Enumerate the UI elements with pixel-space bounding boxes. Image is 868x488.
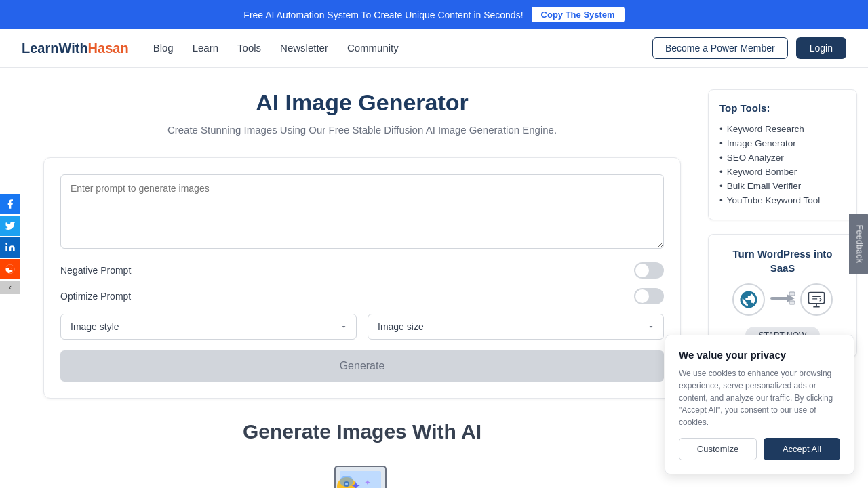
copy-system-button[interactable]: Copy The System	[532, 7, 625, 22]
prompt-textarea[interactable]	[60, 174, 664, 249]
navbar: LearnWithHasan Blog Learn Tools Newslett…	[0, 29, 868, 68]
reddit-icon[interactable]	[0, 259, 20, 279]
facebook-icon[interactable]	[0, 194, 20, 214]
top-tools-card: Top Tools: Keyword Research Image Genera…	[708, 89, 857, 220]
svg-rect-15	[770, 297, 788, 300]
social-collapse-arrow[interactable]: ‹	[0, 281, 20, 294]
top-banner: Free AI Automation System To Create Uniq…	[0, 0, 868, 29]
selects-row: Image style Realistic Cartoon Oil Painti…	[60, 314, 664, 340]
generate-button[interactable]: Generate	[60, 350, 664, 382]
optimize-prompt-toggle[interactable]	[634, 288, 664, 304]
linkedin-icon[interactable]	[0, 237, 20, 258]
nav-learn[interactable]: Learn	[193, 42, 218, 54]
banner-text: Free AI Automation System To Create Uniq…	[243, 9, 523, 20]
become-member-button[interactable]: Become a Power Member	[652, 37, 788, 59]
nav-right: Become a Power Member Login	[652, 37, 846, 59]
login-button[interactable]: Login	[796, 37, 846, 59]
generator-card: Negative Prompt Optimize Prompt Image st…	[43, 157, 681, 399]
social-sidebar: ‹	[0, 194, 20, 294]
nav-tools[interactable]: Tools	[237, 42, 261, 54]
nav-community[interactable]: Community	[347, 42, 399, 54]
customize-button[interactable]: Customize	[679, 438, 757, 460]
svg-point-0	[5, 243, 7, 245]
tool-keyword-bomber[interactable]: Keyword Bomber	[719, 165, 846, 179]
logo-hasan: Hasan	[88, 41, 129, 56]
negative-prompt-row: Negative Prompt	[60, 262, 664, 279]
logo-learn: Learn	[22, 41, 58, 56]
site-logo[interactable]: LearnWithHasan	[22, 41, 129, 56]
tools-list: Keyword Research Image Generator SEO Ana…	[719, 122, 846, 207]
nav-newsletter[interactable]: Newsletter	[280, 42, 328, 54]
tool-bulk-email-verifier[interactable]: Bulk Email Verifier	[719, 179, 846, 193]
tool-keyword-research[interactable]: Keyword Research	[719, 122, 846, 136]
section-title: Generate Images With AI	[43, 420, 681, 443]
negative-prompt-label: Negative Prompt	[60, 265, 131, 276]
arrow-right-icon	[770, 290, 795, 310]
image-style-select[interactable]: Image style Realistic Cartoon Oil Painti…	[60, 314, 357, 340]
svg-rect-19	[808, 293, 824, 304]
tool-youtube-keyword[interactable]: YouTube Keyword Tool	[719, 193, 846, 207]
svg-rect-17	[789, 292, 795, 296]
twitter-icon[interactable]	[0, 216, 20, 236]
optimize-prompt-row: Optimize Prompt	[60, 288, 664, 304]
nav-blog[interactable]: Blog	[153, 42, 174, 54]
nav-links: Blog Learn Tools Newsletter Community	[153, 42, 652, 54]
cookie-text: We use cookies to enhance your browsing …	[679, 367, 840, 428]
wordpress-icon	[732, 283, 765, 316]
robot-illustration: ✦ ✦ ✦	[43, 460, 681, 488]
negative-prompt-toggle[interactable]	[634, 262, 664, 279]
cookie-banner: We value your privacy We use cookies to …	[665, 335, 854, 474]
accept-all-button[interactable]: Accept All	[764, 438, 840, 460]
wp-icons	[719, 283, 846, 316]
svg-rect-18	[789, 301, 795, 304]
cookie-buttons: Customize Accept All	[679, 438, 840, 460]
saas-icon	[800, 283, 833, 316]
svg-text:✦: ✦	[351, 479, 361, 488]
image-size-select[interactable]: Image size 256x256 512x512 1024x1024	[368, 314, 664, 340]
cookie-title: We value your privacy	[679, 349, 840, 361]
feedback-tab[interactable]: Feedback	[850, 214, 868, 274]
main-content: AI Image Generator Create Stunning Image…	[11, 68, 692, 488]
optimize-prompt-label: Optimize Prompt	[60, 291, 131, 302]
tool-seo-analyzer[interactable]: SEO Analyzer	[719, 150, 846, 165]
wp-card-title: Turn WordPress into SaaS	[719, 247, 846, 275]
tool-image-generator[interactable]: Image Generator	[719, 136, 846, 150]
page-title: AI Image Generator	[43, 89, 681, 116]
page-subtitle: Create Stunning Images Using Our Free St…	[43, 124, 681, 136]
robot-svg: ✦ ✦ ✦	[325, 460, 399, 488]
top-tools-title: Top Tools:	[719, 102, 846, 114]
logo-with: With	[58, 41, 87, 56]
svg-text:✦: ✦	[364, 478, 371, 487]
